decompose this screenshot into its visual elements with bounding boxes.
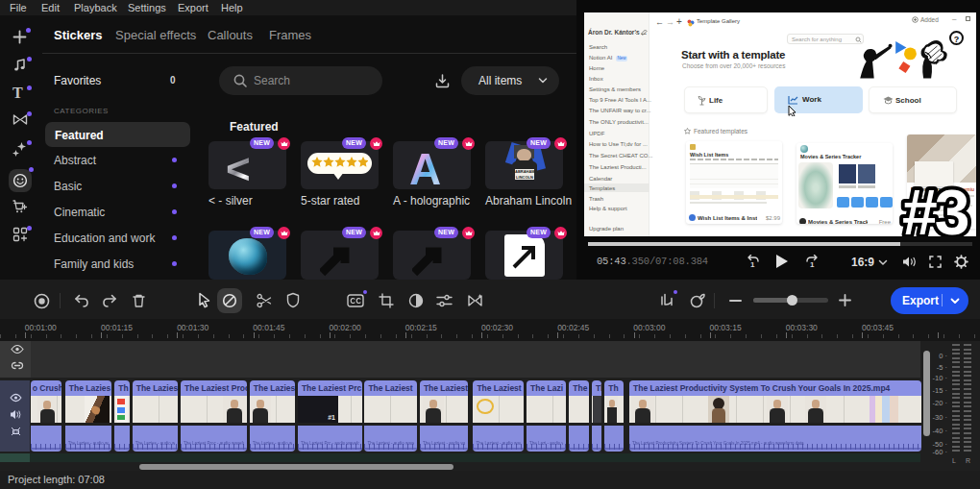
svg-text:1: 1 xyxy=(810,260,815,268)
svg-text:#3: #3 xyxy=(902,183,968,236)
svg-text:1: 1 xyxy=(750,260,755,268)
